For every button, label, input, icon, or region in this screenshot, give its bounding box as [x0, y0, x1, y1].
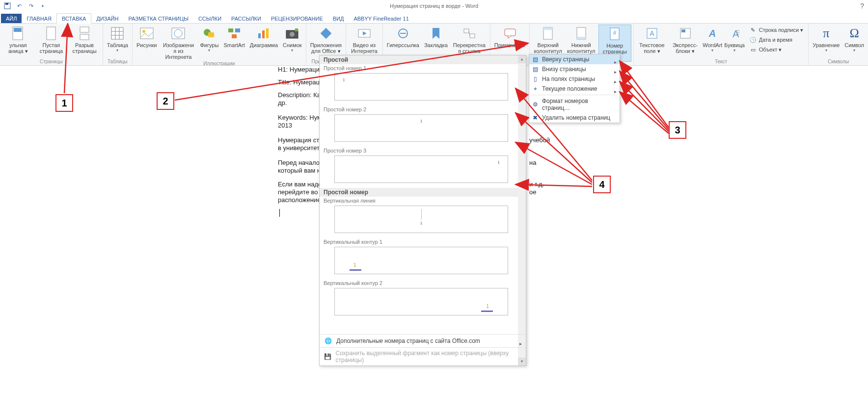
table-button[interactable]: Таблица — [105, 25, 130, 54]
doc-line: и т.д. — [529, 181, 544, 188]
screenshot-button[interactable]: Снимок — [281, 25, 304, 54]
gallery-item-simple-1[interactable]: 1 — [334, 73, 508, 101]
svg-rect-43 — [681, 29, 685, 32]
gallery-item-label: Вертикальный контур 2 — [320, 279, 518, 287]
menu-remove-page-numbers[interactable]: ✖Удалить номера страниц — [529, 113, 620, 123]
group-pages-label: Страницы — [2, 59, 101, 65]
doc-line: в университета — [278, 144, 323, 152]
menu-top-of-page[interactable]: ▤Вверху страницы — [529, 54, 620, 64]
help-icon[interactable]: ? — [860, 2, 864, 10]
svg-rect-23 — [266, 28, 269, 38]
svg-rect-37 — [577, 37, 586, 39]
gallery-item-label: Вертикальный контур 1 — [320, 238, 518, 246]
callout-3: 3 — [669, 121, 686, 139]
gallery-item-vertical-line[interactable]: 1 — [334, 206, 508, 233]
chart-button[interactable]: Диаграмма — [248, 25, 280, 49]
doc-line: H1: Нумераци — [278, 66, 320, 73]
gallery-header: Простой номер — [320, 188, 518, 197]
wordart-button[interactable]: AWordArt — [702, 25, 723, 54]
svg-rect-4 — [47, 27, 55, 40]
doc-line: др. — [278, 99, 287, 106]
symbol-button[interactable]: ΩСимвол — [842, 25, 866, 54]
group-text: AТекстовое поле ▾ Экспресс-блоки ▾ AWord… — [634, 24, 809, 65]
svg-rect-27 — [321, 28, 332, 39]
gallery-item-label: Простой номер 3 — [320, 147, 518, 155]
svg-rect-33 — [505, 29, 515, 36]
svg-rect-20 — [232, 34, 237, 38]
page-number-menu: ▤Вверху страницы ▤Внизу страницы ▯На пол… — [529, 54, 620, 123]
quickparts-button[interactable]: Экспресс-блоки ▾ — [669, 25, 702, 55]
shapes-button[interactable]: Фигуры — [198, 25, 220, 54]
menu-format-page-numbers[interactable]: ⚙Формат номеров страниц… — [529, 96, 620, 113]
svg-text:#: # — [613, 29, 617, 36]
cover-page-button[interactable]: ульная аница ▾ — [2, 25, 34, 55]
page-break-button[interactable]: Разрыв страницы — [68, 25, 101, 55]
menu-page-margins[interactable]: ▯На полях страницы — [529, 74, 620, 84]
svg-rect-18 — [228, 28, 233, 32]
doc-line: Нумерация стр — [278, 136, 323, 144]
svg-text:A: A — [708, 28, 716, 39]
doc-line: который вам н — [278, 167, 321, 174]
gallery-item-label: Простой номер 2 — [320, 105, 518, 113]
title-bar: ↶ ↷ ▾ Нумерация страниц в ворде - Word ? — [0, 0, 868, 12]
bookmark-button[interactable]: Закладка — [422, 25, 450, 49]
callout-4: 4 — [593, 176, 611, 193]
textbox-button[interactable]: AТекстовое поле ▾ — [636, 25, 668, 55]
tab-abbyy[interactable]: ABBYY FineReader 11 — [349, 14, 413, 23]
svg-point-13 — [142, 30, 145, 33]
online-pictures-button[interactable]: Изображения из Интернета — [160, 25, 197, 61]
svg-rect-6 — [80, 34, 89, 40]
dropcap-button[interactable]: AБуквица — [724, 25, 745, 54]
gallery-scrollbar[interactable]: ▴▾ — [518, 55, 526, 365]
tab-view[interactable]: ВИД — [328, 14, 349, 23]
group-tables-label: Таблицы — [105, 59, 130, 65]
svg-rect-22 — [262, 30, 265, 38]
tab-layout[interactable]: РАЗМЕТКА СТРАНИЦЫ — [123, 14, 193, 23]
svg-rect-17 — [208, 32, 214, 37]
svg-point-25 — [290, 32, 295, 37]
svg-rect-12 — [140, 28, 153, 39]
group-text-label: Текст — [636, 59, 806, 65]
group-illus-label: Иллюстрации — [135, 61, 304, 66]
gallery-item-vertical-outline-1[interactable]: 1 — [334, 247, 508, 274]
blank-page-button[interactable]: Пустая страница — [35, 25, 68, 55]
text-cursor — [279, 209, 280, 217]
group-tables: Таблица Таблицы — [103, 24, 133, 65]
tab-file[interactable]: АЙЛ — [1, 14, 22, 23]
svg-rect-31 — [464, 29, 469, 33]
tab-design[interactable]: ДИЗАЙН — [91, 14, 123, 23]
cross-reference-button[interactable]: Перекрестная ссылка — [451, 25, 488, 55]
date-time-button[interactable]: 🕓Дата и время — [747, 35, 806, 44]
doc-line: Title: Нумерац — [278, 78, 320, 86]
gallery-item-simple-3[interactable]: 1 — [334, 156, 508, 183]
svg-rect-21 — [258, 33, 261, 38]
tab-insert[interactable]: ВСТАВКА — [56, 13, 91, 24]
pictures-button[interactable]: Рисунки — [135, 25, 159, 49]
group-symbols-label: Символы — [811, 59, 866, 65]
office-apps-button[interactable]: Приложения для Office ▾ — [308, 25, 344, 55]
tab-review[interactable]: РЕЦЕНЗИРОВАНИЕ — [266, 14, 328, 23]
doc-line: ое — [529, 188, 536, 196]
gallery-item-vertical-outline-2[interactable]: 1 — [334, 288, 508, 315]
online-video-button[interactable]: Видео из Интернета — [348, 25, 380, 55]
doc-line: Перед началом — [278, 159, 324, 166]
tab-home[interactable]: ГЛАВНАЯ — [22, 14, 56, 23]
menu-bottom-of-page[interactable]: ▤Внизу страницы — [529, 64, 620, 74]
gallery-item-simple-2[interactable]: 1 — [334, 114, 508, 142]
gallery-item-label: Простой номер 1 — [320, 64, 518, 72]
signature-line-button[interactable]: ✎Строка подписи ▾ — [747, 26, 806, 34]
equation-button[interactable]: πУравнение — [811, 25, 841, 54]
svg-text:A: A — [650, 29, 654, 37]
tab-references[interactable]: ССЫЛКИ — [193, 14, 226, 23]
gallery-more-online[interactable]: 🌐Дополнительные номера страниц с сайта O… — [320, 334, 526, 347]
gallery-item-label: Вертикальная линия — [320, 197, 518, 205]
smartart-button[interactable]: SmartArt — [221, 25, 246, 49]
svg-text:A: A — [732, 28, 739, 39]
svg-rect-32 — [470, 34, 475, 38]
comment-button[interactable]: Примечание — [492, 25, 528, 49]
hyperlink-button[interactable]: Гиперссылка — [385, 25, 421, 49]
menu-current-position[interactable]: ⌖Текущее положение — [529, 84, 620, 94]
doc-line: Description: Ка — [278, 91, 321, 99]
object-button[interactable]: ▭Объект ▾ — [747, 45, 806, 54]
tab-mailings[interactable]: РАССЫЛКИ — [226, 14, 266, 23]
